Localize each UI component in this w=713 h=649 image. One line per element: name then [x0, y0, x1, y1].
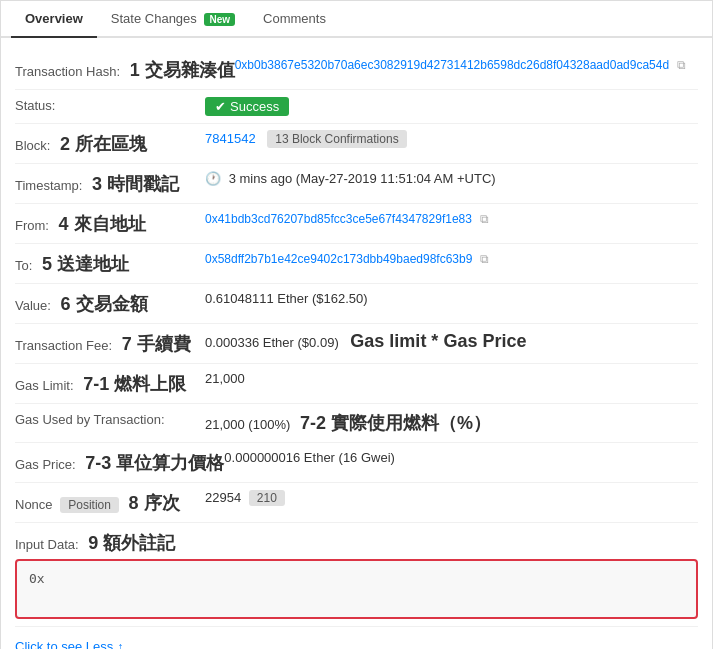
overview-content: Transaction Hash: 1 交易雜湊值 0xb0b3867e5320… — [1, 38, 712, 649]
status-row: Status: ✔ Success — [15, 90, 698, 124]
nonce-row: Nonce Position 8 序次 22954 210 — [15, 483, 698, 523]
gas-formula-annotation: Gas limit * Gas Price — [350, 331, 526, 351]
input-data-row: Input Data: 9 額外註記 0x — [15, 523, 698, 627]
gas-limit-row: Gas Limit: 7-1 燃料上限 21,000 — [15, 364, 698, 404]
tx-hash-link: 0xb0b3867e5320b70a6ec3082919d42731412b65… — [235, 58, 669, 72]
tx-fee-value: 0.000336 Ether ($0.09) Gas limit * Gas P… — [205, 331, 698, 352]
gas-price-value: 0.000000016 Ether (16 Gwei) — [224, 450, 698, 465]
timestamp-annotation: 3 時間戳記 — [92, 174, 179, 194]
input-data-label: Input Data: 9 額外註記 — [15, 530, 205, 555]
gas-price-row: Gas Price: 7-3 單位算力價格 0.000000016 Ether … — [15, 443, 698, 483]
tx-fee-label: Transaction Fee: 7 手續費 — [15, 331, 205, 356]
block-confirmations: 13 Block Confirmations — [267, 130, 406, 148]
nonce-value: 22954 210 — [205, 490, 698, 505]
tab-bar: Overview State Changes New Comments — [1, 1, 712, 38]
block-annotation: 2 所在區塊 — [60, 134, 147, 154]
to-row: To: 5 送達地址 0x58dff2b7b1e42ce9402c173dbb4… — [15, 244, 698, 284]
gas-used-annotation: 7-2 實際使用燃料（%） — [300, 413, 491, 433]
input-data-box: 0x — [15, 559, 698, 619]
value-row: Value: 6 交易金額 0.61048111 Ether ($162.50) — [15, 284, 698, 324]
from-label: From: 4 來自地址 — [15, 211, 205, 236]
from-copy-icon[interactable]: ⧉ — [480, 212, 489, 226]
gas-used-row: Gas Used by Transaction: 21,000 (100%) 7… — [15, 404, 698, 443]
gas-price-label: Gas Price: 7-3 單位算力價格 — [15, 450, 224, 475]
gas-price-annotation: 7-3 單位算力價格 — [85, 453, 224, 473]
from-row: From: 4 來自地址 0x41bdb3cd76207bd85fcc3ce5e… — [15, 204, 698, 244]
ether-value: 0.61048111 Ether ($162.50) — [205, 291, 698, 306]
clock-icon: 🕐 — [205, 171, 221, 186]
nonce-label: Nonce Position 8 序次 — [15, 490, 205, 515]
timestamp-row: Timestamp: 3 時間戳記 🕐 3 mins ago (May-27-2… — [15, 164, 698, 204]
tab-overview-label: Overview — [25, 11, 83, 26]
see-less-button[interactable]: Click to see Less ↑ — [15, 633, 123, 649]
tx-hash-annotation: 1 交易雜湊值 — [130, 60, 235, 80]
from-address[interactable]: 0x41bdb3cd76207bd85fcc3ce5e67f4347829f1e… — [205, 212, 472, 226]
tab-overview[interactable]: Overview — [11, 1, 97, 38]
timestamp-label: Timestamp: 3 時間戳記 — [15, 171, 205, 196]
block-number[interactable]: 7841542 — [205, 131, 256, 146]
tx-hash-row: Transaction Hash: 1 交易雜湊值 0xb0b3867e5320… — [15, 50, 698, 90]
from-value: 0x41bdb3cd76207bd85fcc3ce5e67f4347829f1e… — [205, 211, 698, 226]
to-label: To: 5 送達地址 — [15, 251, 205, 276]
from-annotation: 4 來自地址 — [59, 214, 146, 234]
value-annotation: 6 交易金額 — [61, 294, 148, 314]
gas-limit-label: Gas Limit: 7-1 燃料上限 — [15, 371, 205, 396]
nonce-annotation: 8 序次 — [129, 493, 180, 513]
tab-state-changes-label: State Changes — [111, 11, 197, 26]
gas-limit-annotation: 7-1 燃料上限 — [83, 374, 186, 394]
position-badge: Position — [60, 497, 119, 513]
block-row: Block: 2 所在區塊 7841542 13 Block Confirmat… — [15, 124, 698, 164]
position-value: 210 — [249, 490, 285, 506]
arrow-up-icon: ↑ — [117, 640, 123, 650]
see-less-container: Click to see Less ↑ — [15, 627, 698, 649]
status-label: Status: — [15, 97, 205, 113]
page-container: Overview State Changes New Comments Tran… — [0, 0, 713, 649]
tx-hash-value: 0xb0b3867e5320b70a6ec3082919d42731412b65… — [235, 57, 698, 72]
timestamp-value: 🕐 3 mins ago (May-27-2019 11:51:04 AM +U… — [205, 171, 698, 186]
tx-fee-annotation: 7 手續費 — [122, 334, 191, 354]
gas-used-value: 21,000 (100%) 7-2 實際使用燃料（%） — [205, 411, 698, 435]
to-copy-icon[interactable]: ⧉ — [480, 252, 489, 266]
block-value: 7841542 13 Block Confirmations — [205, 131, 698, 146]
tab-comments[interactable]: Comments — [249, 1, 340, 36]
state-changes-badge: New — [204, 13, 235, 26]
success-badge: ✔ Success — [205, 97, 289, 116]
input-data-annotation: 9 額外註記 — [88, 533, 175, 553]
tx-fee-row: Transaction Fee: 7 手續費 0.000336 Ether ($… — [15, 324, 698, 364]
tab-state-changes[interactable]: State Changes New — [97, 1, 249, 36]
to-address[interactable]: 0x58dff2b7b1e42ce9402c173dbb49baed98fc63… — [205, 252, 472, 266]
value-label: Value: 6 交易金額 — [15, 291, 205, 316]
gas-used-label: Gas Used by Transaction: — [15, 411, 205, 427]
gas-limit-value: 21,000 — [205, 371, 698, 386]
to-value: 0x58dff2b7b1e42ce9402c173dbb49baed98fc63… — [205, 251, 698, 266]
to-annotation: 5 送達地址 — [42, 254, 129, 274]
copy-icon[interactable]: ⧉ — [677, 58, 686, 72]
tab-comments-label: Comments — [263, 11, 326, 26]
tx-hash-label: Transaction Hash: 1 交易雜湊值 — [15, 57, 235, 82]
status-value: ✔ Success — [205, 97, 698, 116]
block-label: Block: 2 所在區塊 — [15, 131, 205, 156]
check-icon: ✔ — [215, 99, 226, 114]
